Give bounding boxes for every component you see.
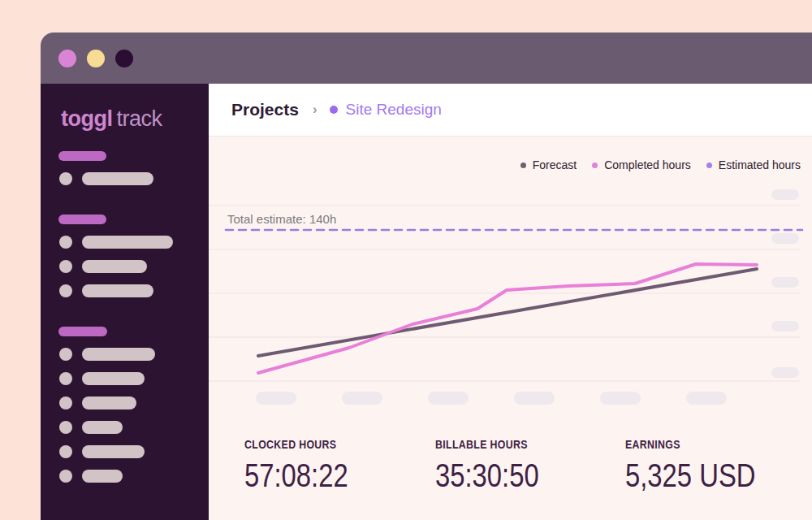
minimize-window-button[interactable]: [87, 50, 105, 67]
sidebar-section-2: [41, 214, 209, 297]
stat-clocked-hours: CLOCKED HOURS57:08:22: [244, 438, 374, 495]
project-color-dot: [330, 106, 338, 114]
main-content: Projects › Site Redesign ForecastComplet…: [209, 84, 812, 520]
window-titlebar: [41, 32, 812, 84]
x-axis-label-placeholder: [514, 392, 555, 405]
sidebar-item-placeholder: [59, 172, 209, 185]
breadcrumb-projects-link[interactable]: Projects: [231, 100, 299, 119]
close-window-button[interactable]: [58, 50, 76, 67]
stat-earnings: EARNINGS5,325 USD: [625, 438, 788, 495]
sidebar-item-icon-placeholder: [59, 348, 72, 361]
sidebar-item-label-placeholder: [82, 445, 145, 458]
sidebar-item-icon-placeholder: [59, 172, 72, 185]
window-body: toggltrack Projects › Site Redesign Fore…: [41, 84, 812, 520]
stat-label: BILLABLE HOURS: [435, 438, 549, 451]
sidebar-item-icon-placeholder: [59, 260, 72, 273]
stat-billable-hours: BILLABLE HOURS35:30:50: [435, 438, 565, 495]
sidebar-item-label-placeholder: [82, 284, 153, 297]
x-axis-label-placeholder: [342, 392, 382, 405]
breadcrumb-current-project[interactable]: Site Redesign: [346, 101, 442, 119]
y-axis-label-placeholder: [771, 189, 799, 200]
project-chart-area: ForecastCompleted hoursEstimated hours T…: [209, 136, 812, 520]
sidebar-item-label-placeholder: [82, 421, 123, 434]
sidebar-section-3: [41, 327, 209, 483]
sidebar-item-placeholder: [59, 260, 209, 273]
y-axis-label-placeholder: [771, 233, 799, 244]
stat-value: 35:30:50: [435, 457, 539, 495]
x-axis-label-placeholder: [256, 392, 296, 405]
stat-value: 5,325 USD: [625, 457, 755, 495]
sidebar-section-heading-placeholder: [58, 151, 106, 161]
sidebar-item-icon-placeholder: [59, 236, 72, 249]
sidebar-item-label-placeholder: [82, 396, 136, 410]
sidebar-item-placeholder: [59, 445, 209, 458]
sidebar-item-label-placeholder: [82, 348, 155, 361]
sidebar-nav: toggltrack: [41, 84, 209, 520]
sidebar-item-label-placeholder: [82, 372, 145, 385]
sidebar-item-label-placeholder: [82, 470, 123, 483]
sidebar-item-icon-placeholder: [59, 396, 72, 410]
hours-line-chart: [209, 136, 812, 431]
breadcrumb: Projects › Site Redesign: [209, 84, 812, 136]
sidebar-item-icon-placeholder: [59, 445, 72, 458]
sidebar-item-label-placeholder: [82, 260, 147, 273]
sidebar-item-icon-placeholder: [59, 284, 72, 297]
sidebar-item-placeholder: [59, 470, 209, 483]
sidebar-item-label-placeholder: [82, 172, 153, 185]
sidebar-section-heading-placeholder: [58, 327, 107, 336]
sidebar-item-placeholder: [59, 372, 209, 385]
stat-label: CLOCKED HOURS: [244, 438, 358, 451]
logo-track-text: track: [116, 106, 162, 131]
sidebar-item-icon-placeholder: [59, 372, 72, 385]
y-axis-label-placeholder: [771, 277, 799, 288]
app-window: toggltrack Projects › Site Redesign Fore…: [41, 32, 812, 520]
sidebar-item-placeholder: [59, 396, 209, 410]
stat-value: 57:08:22: [244, 457, 348, 495]
toggl-track-logo: toggltrack: [61, 106, 209, 132]
sidebar-item-placeholder: [59, 348, 209, 361]
sidebar-item-label-placeholder: [82, 236, 173, 249]
y-axis-label-placeholder: [771, 367, 799, 378]
maximize-window-button[interactable]: [115, 50, 133, 67]
x-axis-label-placeholder: [600, 392, 641, 405]
forecast-line: [258, 269, 757, 356]
chevron-right-icon: ›: [313, 102, 317, 118]
y-axis-label-placeholder: [771, 321, 799, 332]
sidebar-item-placeholder: [59, 236, 209, 249]
sidebar-section-1: [41, 151, 209, 185]
sidebar-item-icon-placeholder: [59, 470, 72, 483]
sidebar-item-placeholder: [59, 421, 209, 434]
sidebar-section-heading-placeholder: [58, 214, 106, 224]
logo-toggl-text: toggl: [61, 106, 112, 131]
stat-label: EARNINGS: [625, 438, 768, 451]
x-axis-label-placeholder: [428, 392, 469, 405]
x-axis-label-placeholder: [686, 392, 727, 405]
sidebar-item-placeholder: [59, 284, 209, 297]
sidebar-item-icon-placeholder: [59, 421, 72, 434]
